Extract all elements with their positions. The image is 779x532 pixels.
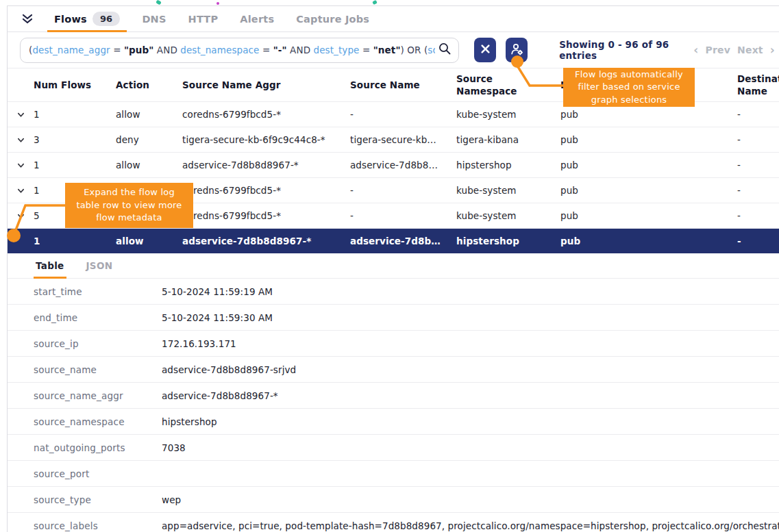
- detail-key: source_port: [34, 468, 162, 479]
- query-segment: AND: [287, 45, 314, 55]
- cell-action: allow: [116, 109, 182, 120]
- tab-flows-label: Flows: [54, 14, 87, 25]
- clear-filter-button[interactable]: [474, 38, 496, 62]
- tab-http[interactable]: HTTP: [177, 6, 230, 31]
- query-segment: "pub": [124, 45, 154, 55]
- log-type-tabbar: Flows 96 DNS HTTP Alerts Capture Jobs: [8, 6, 779, 32]
- next-page-button[interactable]: Next: [737, 45, 763, 55]
- cell-destination-name: -: [737, 236, 779, 246]
- cell-source-namespace: kube-system: [456, 210, 560, 221]
- cell-num: 1: [34, 109, 116, 120]
- chevron-left-icon[interactable]: ‹: [693, 43, 698, 57]
- col-action[interactable]: Action: [116, 79, 182, 91]
- detail-value: wep: [162, 494, 779, 505]
- tab-http-label: HTTP: [188, 14, 219, 25]
- chevron-down-icon[interactable]: [8, 186, 34, 195]
- detail-tab-table-label: Table: [36, 260, 64, 271]
- tab-alerts[interactable]: Alerts: [229, 6, 285, 31]
- col-source-name-aggr[interactable]: Source Name Aggr: [182, 79, 350, 91]
- col-num-flows[interactable]: Num Flows: [34, 79, 116, 91]
- cell-destination-name: -: [737, 210, 779, 221]
- detail-tab-json[interactable]: JSON: [84, 253, 115, 278]
- chevron-down-icon[interactable]: [8, 212, 34, 220]
- detail-value: 5-10-2024 11:59:30 AM: [162, 312, 779, 323]
- cell-source-name-aggr: adservice-7d8b8d8967-*: [182, 236, 350, 246]
- detail-key: nat_outgoing_ports: [34, 442, 162, 453]
- flows-count-badge: 96: [92, 12, 121, 26]
- cell-num: 3: [34, 134, 116, 145]
- detail-value: app=adservice, pci=true, pod-template-ha…: [162, 520, 779, 531]
- query-segment: =: [360, 45, 373, 55]
- graph-node-fragment: [217, 2, 219, 5]
- detail-value: hipstershop: [162, 416, 779, 427]
- graph-edge-fragment: [372, 0, 378, 5]
- detail-tab-json-label: JSON: [86, 260, 113, 271]
- chevron-right-icon[interactable]: ›: [770, 43, 775, 57]
- cell-source-name-aggr: adservice-7d8b8d8967-*: [182, 160, 350, 170]
- cell-source-namespace: hipstershop: [456, 236, 560, 246]
- close-icon: [480, 44, 491, 56]
- chevron-down-icon[interactable]: [8, 136, 34, 144]
- user-gear-icon: [510, 42, 524, 58]
- flow-table-row[interactable]: 1allowadservice-7d8b8d8967-*adservice-7d…: [8, 153, 779, 178]
- chevron-down-icon[interactable]: [8, 110, 34, 119]
- cell-source-name-aggr: coredns-6799fbcd5-*: [182, 109, 350, 120]
- cell-source-name-aggr: tigera-secure-kb-6f9c9c44c8-*: [182, 134, 350, 145]
- query-segment: AND: [153, 45, 180, 55]
- detail-row: source_name_aggradservice-7d8b8d8967-*: [8, 383, 779, 409]
- query-filter-input[interactable]: (dest_name_aggr = "pub" AND dest_namespa…: [20, 38, 459, 63]
- detail-tab-table[interactable]: Table: [34, 253, 66, 278]
- cell-source-namespace: hipstershop: [456, 160, 560, 170]
- detail-row: start_time5-10-2024 11:59:19 AM: [8, 279, 779, 305]
- cell-source-name: -: [350, 210, 456, 221]
- cell-source-namespace: tigera-kibana: [456, 134, 560, 145]
- query-segment: dest_namespace: [180, 45, 259, 55]
- flow-table-row-selected[interactable]: 1allowadservice-7d8b8d8967-*adservice-7d…: [8, 229, 779, 253]
- cell-source-name: -: [350, 185, 456, 196]
- detail-value: 5-10-2024 11:59:19 AM: [162, 286, 779, 297]
- cell-source-namespace: kube-system: [456, 185, 560, 196]
- query-segment: dest_name_aggr: [32, 45, 110, 55]
- detail-row: source_ip172.16.193.171: [8, 331, 779, 357]
- cell-dest-name-aggr: pub: [560, 134, 737, 145]
- tab-capture-jobs-label: Capture Jobs: [296, 14, 369, 25]
- tab-capture-jobs[interactable]: Capture Jobs: [285, 6, 380, 31]
- filter-toolbar: (dest_name_aggr = "pub" AND dest_namespa…: [8, 32, 779, 68]
- detail-row: source_nameadservice-7d8b8d8967-srjvd: [8, 357, 779, 383]
- graph-edge-fragment: [156, 0, 162, 5]
- detail-row: source_port: [8, 461, 779, 487]
- detail-key: source_namespace: [34, 416, 162, 427]
- chevron-down-icon[interactable]: [8, 161, 34, 170]
- cell-action: allow: [116, 236, 182, 246]
- prev-page-button[interactable]: Prev: [705, 45, 730, 55]
- cell-dest-name-aggr: pub: [560, 109, 737, 120]
- query-segment: =: [110, 45, 124, 55]
- detail-key: source_name: [34, 364, 162, 375]
- detail-value: adservice-7d8b8d8967-srjvd: [162, 364, 779, 375]
- double-chevron-down-icon[interactable]: [17, 9, 38, 29]
- detail-key: source_ip: [34, 338, 162, 349]
- cell-dest-name-aggr: pub: [560, 210, 737, 221]
- col-destination-name[interactable]: Destination Name: [737, 73, 779, 97]
- detail-row: nat_outgoing_ports7038: [8, 435, 779, 461]
- col-source-namespace[interactable]: Source Namespace: [456, 73, 560, 97]
- tab-flows[interactable]: Flows 96: [43, 6, 131, 31]
- query-segment: source_name_aggr: [428, 45, 435, 55]
- cell-source-name: tigera-secure-kb…: [350, 134, 456, 145]
- tabs: Flows 96 DNS HTTP Alerts Capture Jobs: [43, 6, 380, 31]
- flow-table-row[interactable]: 3denytigera-secure-kb-6f9c9c44c8-*tigera…: [8, 127, 779, 153]
- search-icon[interactable]: [438, 42, 452, 58]
- query-segment: ) OR (: [401, 45, 428, 55]
- detail-row: source_typewep: [8, 487, 779, 513]
- tab-dns[interactable]: DNS: [131, 6, 177, 31]
- detail-value: 172.16.193.171: [162, 338, 779, 349]
- flow-table-body: 1allowcoredns-6799fbcd5-*-kube-systempub…: [8, 102, 779, 253]
- query-segment: =: [260, 45, 273, 55]
- detail-key: start_time: [34, 286, 162, 297]
- detail-row: end_time5-10-2024 11:59:30 AM: [8, 305, 779, 331]
- cell-source-name-aggr: coredns-6799fbcd5-*: [182, 185, 350, 196]
- col-source-name[interactable]: Source Name: [350, 79, 456, 91]
- customize-columns-button[interactable]: [506, 38, 528, 62]
- cell-dest-name-aggr: pub: [560, 160, 737, 170]
- detail-key: source_labels: [34, 520, 162, 531]
